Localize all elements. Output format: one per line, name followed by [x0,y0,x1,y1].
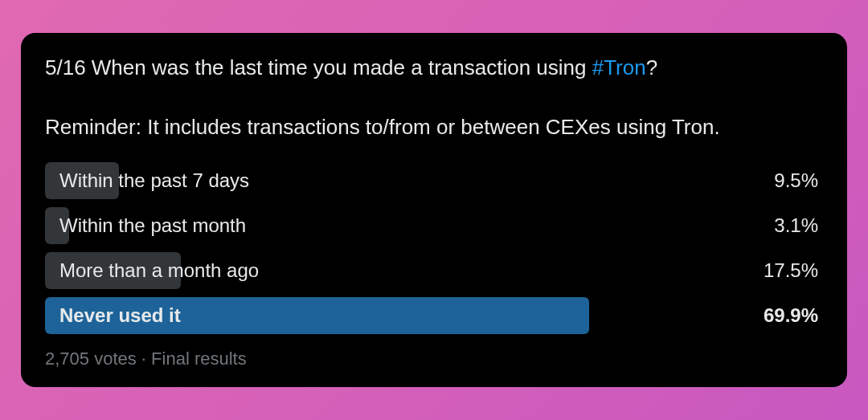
poll-option-percent: 9.5% [774,169,823,192]
poll-option-label: Never used it [45,304,764,327]
poll-option[interactable]: More than a month ago 17.5% [45,252,823,289]
poll-option[interactable]: Within the past 7 days 9.5% [45,162,823,199]
poll-option-label: Within the past month [45,214,774,237]
hashtag-link[interactable]: #Tron [592,55,646,80]
poll-option-percent: 17.5% [764,259,823,282]
poll-footer: 2,705 votes · Final results [45,349,823,369]
poll-option-label: Within the past 7 days [45,169,774,192]
poll-options: Within the past 7 days 9.5% Within the p… [45,162,823,334]
poll-option[interactable]: Within the past month 3.1% [45,207,823,244]
poll-option-label: More than a month ago [45,259,764,282]
poll-option-percent: 3.1% [774,214,823,237]
poll-reminder: Reminder: It includes transactions to/fr… [45,113,823,141]
question-prefix: 5/16 When was the last time you made a t… [45,55,592,80]
poll-option-percent: 69.9% [764,304,823,327]
question-suffix: ? [646,55,657,80]
poll-card: 5/16 When was the last time you made a t… [21,33,847,386]
poll-question: 5/16 When was the last time you made a t… [45,54,823,82]
poll-option[interactable]: Never used it 69.9% [45,297,823,334]
